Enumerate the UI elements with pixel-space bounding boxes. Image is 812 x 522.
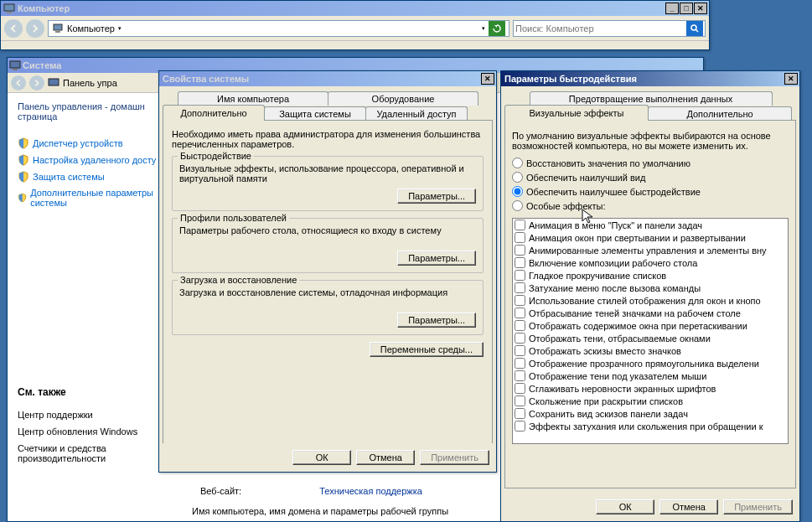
effect-label: Эффекты затухания или скольжения при обр… xyxy=(529,421,763,432)
explorer-toolbar: Компьютер ▾ ▾ xyxy=(1,16,709,41)
effect-checkbox[interactable] xyxy=(515,408,525,419)
effect-checkbox[interactable] xyxy=(515,257,525,268)
effect-item-8[interactable]: Отображать содержимое окна при перетаски… xyxy=(513,319,788,332)
tab-system-protection[interactable]: Защита системы xyxy=(264,106,366,121)
effect-checkbox[interactable] xyxy=(515,333,525,344)
radio-label: Восстановить значения по умолчанию xyxy=(526,158,690,168)
ok-button[interactable]: ОК xyxy=(596,499,654,514)
sidebar-item-1[interactable]: Настройка удаленного досту xyxy=(18,152,160,168)
refresh-button[interactable] xyxy=(489,21,505,36)
breadcrumb[interactable]: Панель упра xyxy=(63,78,117,88)
effect-checkbox[interactable] xyxy=(515,308,525,318)
radio-input[interactable] xyxy=(512,158,523,168)
admin-note: Необходимо иметь права администратора дл… xyxy=(172,129,484,149)
sidebar-item-2[interactable]: Защита системы xyxy=(18,168,160,185)
effect-checkbox[interactable] xyxy=(515,320,525,331)
tab-hardware[interactable]: Оборудование xyxy=(328,91,478,106)
effect-item-1[interactable]: Анимация окон при свертывании и разверты… xyxy=(513,231,788,244)
cancel-button[interactable]: Отмена xyxy=(356,450,415,465)
effect-item-12[interactable]: Отображение тени под указателем мыши xyxy=(513,370,788,382)
search-button[interactable] xyxy=(686,21,703,36)
back-button[interactable] xyxy=(4,19,23,38)
effect-item-7[interactable]: Отбрасывание теней значками на рабочем с… xyxy=(513,307,788,319)
effects-list[interactable]: Анимация в меню "Пуск" и панели задачАни… xyxy=(512,218,789,444)
radio-option-3[interactable]: Особые эффекты: xyxy=(512,199,789,213)
radio-option-1[interactable]: Обеспечить наилучший вид xyxy=(512,170,789,184)
effect-item-4[interactable]: Гладкое прокручивание списков xyxy=(513,269,788,282)
ok-button[interactable]: ОК xyxy=(292,450,351,465)
see-also-item-1[interactable]: Центр обновления Windows xyxy=(18,423,160,440)
tab-remote[interactable]: Удаленный доступ xyxy=(365,106,468,121)
effect-checkbox[interactable] xyxy=(515,345,525,356)
tab-advanced[interactable]: Дополнительно xyxy=(163,105,265,121)
env-vars-button[interactable]: Переменные среды... xyxy=(370,342,484,357)
effect-checkbox[interactable] xyxy=(515,270,525,281)
effect-label: Анимированные элементы управления и элем… xyxy=(529,245,767,256)
close-button[interactable]: ✕ xyxy=(784,73,798,85)
effect-item-15[interactable]: Сохранить вид эскизов панели задач xyxy=(513,407,788,420)
forward-button[interactable] xyxy=(26,19,44,38)
close-button[interactable]: ✕ xyxy=(481,73,494,85)
effect-item-3[interactable]: Включение композиции рабочего стола xyxy=(513,256,788,269)
effect-item-11[interactable]: Отображение прозрачного прямоугольника в… xyxy=(513,357,788,370)
svg-rect-7 xyxy=(13,69,18,70)
effect-checkbox[interactable] xyxy=(515,282,525,293)
effect-checkbox[interactable] xyxy=(515,421,525,432)
tab-advanced-perf[interactable]: Дополнительно xyxy=(648,106,792,121)
radio-input[interactable] xyxy=(512,200,523,211)
address-bar[interactable]: Компьютер ▾ ▾ xyxy=(48,20,509,37)
effect-checkbox[interactable] xyxy=(515,295,525,306)
minimize-button[interactable]: _ xyxy=(665,3,679,14)
address-text: Компьютер xyxy=(67,23,115,34)
system-title: Система xyxy=(21,60,701,70)
see-also-item-0[interactable]: Центр поддержки xyxy=(18,406,160,423)
effect-item-9[interactable]: Отображать тени, отбрасываемые окнами xyxy=(513,332,788,344)
effect-checkbox[interactable] xyxy=(515,383,525,394)
radio-option-2[interactable]: Обеспечить наилучшее быстродействие xyxy=(512,184,789,199)
cancel-button[interactable]: Отмена xyxy=(659,499,718,514)
back-button[interactable] xyxy=(11,75,26,90)
search-bar[interactable] xyxy=(513,20,706,37)
effect-item-10[interactable]: Отображать эскизы вместо значков xyxy=(513,344,788,357)
chevron-down-icon[interactable]: ▾ xyxy=(482,25,485,32)
search-input[interactable] xyxy=(515,23,685,34)
effect-item-13[interactable]: Сглаживать неровности экранных шрифтов xyxy=(513,382,788,395)
perf-params-button[interactable]: Параметры... xyxy=(397,189,476,204)
effect-checkbox[interactable] xyxy=(515,370,525,381)
domain-section-label: Имя компьютера, имя домена и параметры р… xyxy=(192,506,448,516)
radio-input[interactable] xyxy=(512,172,523,183)
sidebar-item-label: Настройка удаленного досту xyxy=(33,155,156,165)
effect-checkbox[interactable] xyxy=(515,245,525,256)
effect-checkbox[interactable] xyxy=(515,232,525,243)
tab-visual-effects[interactable]: Визуальные эффекты xyxy=(504,105,649,121)
effect-label: Отображение тени под указателем мыши xyxy=(529,371,706,381)
see-also-item-2[interactable]: Счетчики и средства производительности xyxy=(18,440,160,467)
effect-label: Отображать эскизы вместо значков xyxy=(529,346,681,356)
effect-checkbox[interactable] xyxy=(515,395,525,406)
startup-desc: Загрузка и восстановление системы, отлад… xyxy=(179,287,476,297)
apply-button[interactable]: Применить xyxy=(723,499,793,514)
effect-item-2[interactable]: Анимированные элементы управления и элем… xyxy=(513,244,788,256)
radio-input[interactable] xyxy=(512,186,523,197)
maximize-button[interactable]: □ xyxy=(680,3,693,14)
forward-button[interactable] xyxy=(29,75,44,90)
effect-item-14[interactable]: Скольжение при раскрытии списков xyxy=(513,395,788,407)
effect-checkbox[interactable] xyxy=(515,358,525,369)
effect-item-6[interactable]: Использование стилей отображения для око… xyxy=(513,294,788,307)
startup-params-button[interactable]: Параметры... xyxy=(397,313,476,328)
sidebar-item-3[interactable]: Дополнительные параметры системы xyxy=(18,185,160,210)
techsupport-link[interactable]: Техническая поддержка xyxy=(319,486,422,496)
tab-dep[interactable]: Предотвращение выполнения данных xyxy=(530,91,773,106)
effect-label: Анимация в меню "Пуск" и панели задач xyxy=(529,220,702,230)
tab-computer-name[interactable]: Имя компьютера xyxy=(178,91,328,106)
apply-button[interactable]: Применить xyxy=(420,450,489,465)
effect-item-16[interactable]: Эффекты затухания или скольжения при обр… xyxy=(513,420,788,432)
profiles-params-button[interactable]: Параметры... xyxy=(397,251,476,266)
radio-option-0[interactable]: Восстановить значения по умолчанию xyxy=(512,156,789,170)
sidebar-item-0[interactable]: Диспетчер устройств xyxy=(18,135,160,152)
close-button[interactable]: ✕ xyxy=(694,3,707,14)
effect-item-5[interactable]: Затухание меню после вызова команды xyxy=(513,282,788,294)
svg-line-5 xyxy=(696,29,698,32)
effect-item-0[interactable]: Анимация в меню "Пуск" и панели задач xyxy=(513,219,788,231)
effect-checkbox[interactable] xyxy=(515,220,525,230)
